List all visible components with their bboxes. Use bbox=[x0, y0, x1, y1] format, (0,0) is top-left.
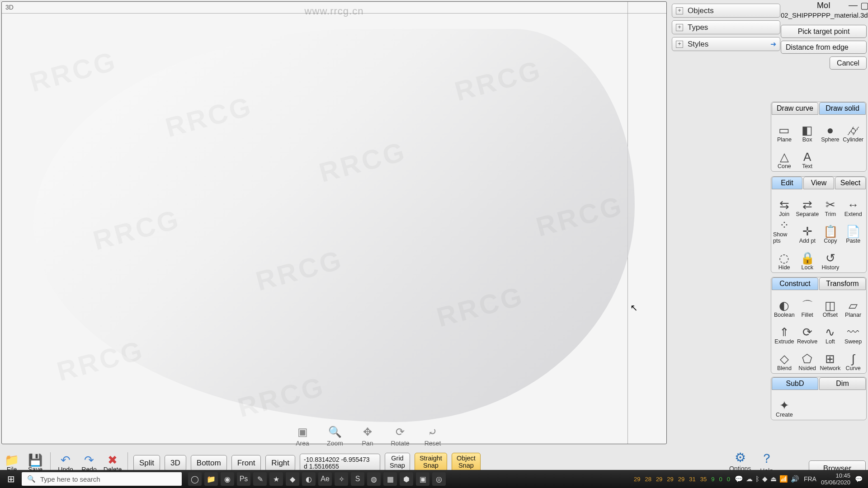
tab-edit[interactable]: Edit bbox=[772, 177, 802, 189]
task-blender-icon[interactable]: ◆ bbox=[286, 472, 299, 486]
expand-icon[interactable]: + bbox=[676, 41, 683, 48]
browser-row-objects[interactable]: +Objects bbox=[672, 4, 780, 18]
expand-icon[interactable]: + bbox=[676, 7, 683, 14]
tool-lock[interactable]: 🔒Lock bbox=[796, 244, 819, 271]
browser-row-types[interactable]: +Types bbox=[672, 20, 780, 34]
boolean-icon: ◐ bbox=[779, 299, 789, 312]
tab-dim[interactable]: Dim bbox=[819, 377, 866, 390]
viewport-3d[interactable]: 3D www.rrcg.cn RRCG RRCG RRCG RRCG RRCG … bbox=[1, 1, 667, 444]
task-cortana-icon[interactable]: ◯ bbox=[188, 472, 202, 486]
taskbar-search[interactable]: 🔍 Type here to search bbox=[22, 472, 182, 486]
viewnav-reset[interactable]: ⤾Reset bbox=[421, 426, 444, 447]
tool-plane[interactable]: ▭Plane bbox=[773, 117, 796, 143]
tool-cylinder[interactable]: ⌭Cylinder bbox=[842, 117, 864, 143]
tool-nsided[interactable]: ⬠Nsided bbox=[796, 345, 819, 371]
task-photoshop-icon[interactable]: Ps bbox=[237, 472, 250, 486]
copy-icon: 📋 bbox=[823, 225, 838, 238]
tool-copy[interactable]: 📋Copy bbox=[819, 218, 841, 244]
view-right-button[interactable]: Right bbox=[265, 455, 295, 471]
task-app5-icon[interactable]: ◍ bbox=[367, 472, 381, 486]
tool-trim[interactable]: ✂Trim bbox=[819, 191, 841, 217]
tool-loft[interactable]: ∿Loft bbox=[819, 319, 842, 345]
task-app9-icon[interactable]: ◎ bbox=[432, 472, 446, 486]
tray-app-icon[interactable]: ◆ bbox=[762, 475, 768, 483]
tool-fillet[interactable]: ⌒Fillet bbox=[796, 292, 819, 318]
tool-sphere[interactable]: ●Sphere bbox=[819, 117, 842, 143]
tool-separate[interactable]: ⇄Separate bbox=[796, 191, 819, 217]
tool-network[interactable]: ⊞Network bbox=[819, 345, 842, 371]
tool-sweep[interactable]: 〰Sweep bbox=[842, 319, 864, 345]
viewnav-zoom[interactable]: 🔍Zoom bbox=[324, 426, 346, 447]
start-button[interactable]: ⊞ bbox=[0, 474, 22, 484]
task-app1-icon[interactable]: ✎ bbox=[253, 472, 267, 486]
tool-revolve[interactable]: ⟳Revolve bbox=[796, 319, 819, 345]
arrow-icon[interactable]: ➜ bbox=[770, 40, 776, 48]
viewnav-rotate[interactable]: ⟳Rotate bbox=[389, 426, 411, 447]
task-app3-icon[interactable]: ◐ bbox=[302, 472, 316, 486]
tool-add-pt[interactable]: ✛Add pt bbox=[796, 218, 819, 244]
tool-join[interactable]: ⇆Join bbox=[773, 191, 795, 217]
tray-cloud-icon[interactable]: ☁ bbox=[746, 475, 753, 483]
tool-boolean[interactable]: ◐Boolean bbox=[773, 292, 796, 318]
tab-select[interactable]: Select bbox=[835, 177, 866, 189]
tab-draw-solid[interactable]: Draw solid bbox=[819, 102, 866, 115]
tray-icons[interactable]: 💬 ☁ ᛒ ◆ ⏏ 📶 🔊 bbox=[735, 475, 799, 483]
task-chrome-icon[interactable]: ◉ bbox=[221, 472, 234, 486]
tab-transform[interactable]: Transform bbox=[819, 277, 866, 290]
tool-offset[interactable]: ◫Offset bbox=[819, 292, 842, 318]
redo-icon: ↷ bbox=[84, 453, 94, 466]
tray-clock[interactable]: 10:45 05/06/2020 bbox=[821, 472, 850, 486]
cancel-button[interactable]: Cancel bbox=[830, 56, 867, 70]
maximize-icon[interactable]: ▢ bbox=[860, 0, 868, 11]
tray-vol-icon[interactable]: 🔊 bbox=[791, 475, 799, 483]
task-explorer-icon[interactable]: 📁 bbox=[204, 472, 218, 486]
tool-planar[interactable]: ▱Planar bbox=[842, 292, 864, 318]
tool-extend[interactable]: ↔Extend bbox=[842, 191, 864, 217]
cylinder-icon: ⌭ bbox=[847, 124, 859, 136]
system-tray: 29282929293135900 💬 ☁ ᛒ ◆ ⏏ 📶 🔊 FRA 10:4… bbox=[634, 472, 868, 486]
tray-eject-icon[interactable]: ⏏ bbox=[770, 475, 777, 483]
viewnav-area[interactable]: ▣Area bbox=[291, 426, 314, 447]
viewport-label: 3D bbox=[5, 4, 14, 11]
tool-extrude[interactable]: ⇑Extrude bbox=[773, 319, 796, 345]
tool-show-pts[interactable]: ⁘Show pts bbox=[773, 218, 795, 244]
expand-icon[interactable]: + bbox=[676, 24, 683, 31]
tool-hide[interactable]: ◌Hide bbox=[773, 244, 795, 271]
tool-create[interactable]: ✦Create bbox=[773, 392, 796, 418]
undo-icon: ↶ bbox=[61, 453, 71, 466]
task-skype-icon[interactable]: S bbox=[351, 472, 364, 486]
tray-net-icon[interactable]: 📶 bbox=[779, 475, 788, 483]
task-app8-icon[interactable]: ▣ bbox=[416, 472, 429, 486]
browser-row-styles[interactable]: +Styles➜ bbox=[672, 37, 780, 51]
tool-cone[interactable]: △Cone bbox=[773, 143, 796, 169]
tray-notifications-icon[interactable]: 💬 bbox=[855, 475, 863, 483]
distance-input[interactable]: Distance from edge bbox=[781, 41, 867, 54]
tool-curve[interactable]: ∫Curve bbox=[842, 345, 864, 371]
task-app2-icon[interactable]: ★ bbox=[269, 472, 283, 486]
tray-lang[interactable]: FRA bbox=[804, 475, 816, 483]
minimize-icon[interactable]: — bbox=[849, 0, 858, 11]
tab-view[interactable]: View bbox=[803, 177, 834, 189]
hide-icon: ◌ bbox=[779, 252, 789, 264]
tool-paste[interactable]: 📄Paste bbox=[842, 218, 864, 244]
tool-text[interactable]: AText bbox=[796, 143, 819, 169]
tray-chat-icon[interactable]: 💬 bbox=[735, 475, 743, 483]
tool-box[interactable]: ◧Box bbox=[796, 117, 819, 143]
task-app4-icon[interactable]: ✧ bbox=[335, 472, 348, 486]
windows-taskbar[interactable]: ⊞ 🔍 Type here to search ◯ 📁 ◉ Ps ✎ ★ ◆ ◐… bbox=[0, 470, 868, 488]
tray-bt-icon[interactable]: ᛒ bbox=[755, 475, 760, 483]
loft-icon: ∿ bbox=[825, 326, 835, 338]
tool-blend[interactable]: ◇Blend bbox=[773, 345, 796, 371]
view-split-button[interactable]: Split bbox=[133, 455, 160, 471]
task-app7-icon[interactable]: ⬢ bbox=[400, 472, 413, 486]
viewnav-pan[interactable]: ✥Pan bbox=[356, 426, 379, 447]
tab-subd[interactable]: SubD bbox=[772, 377, 818, 390]
tool-history[interactable]: ↺History bbox=[819, 244, 841, 271]
task-app6-icon[interactable]: ▦ bbox=[383, 472, 397, 486]
view-3d-button[interactable]: 3D bbox=[165, 455, 186, 471]
view-front-button[interactable]: Front bbox=[231, 455, 261, 471]
tab-construct[interactable]: Construct bbox=[772, 277, 818, 290]
tab-draw-curve[interactable]: Draw curve bbox=[772, 102, 818, 115]
task-afterfx-icon[interactable]: Ae bbox=[318, 472, 332, 486]
view-bottom-button[interactable]: Bottom bbox=[191, 455, 227, 471]
